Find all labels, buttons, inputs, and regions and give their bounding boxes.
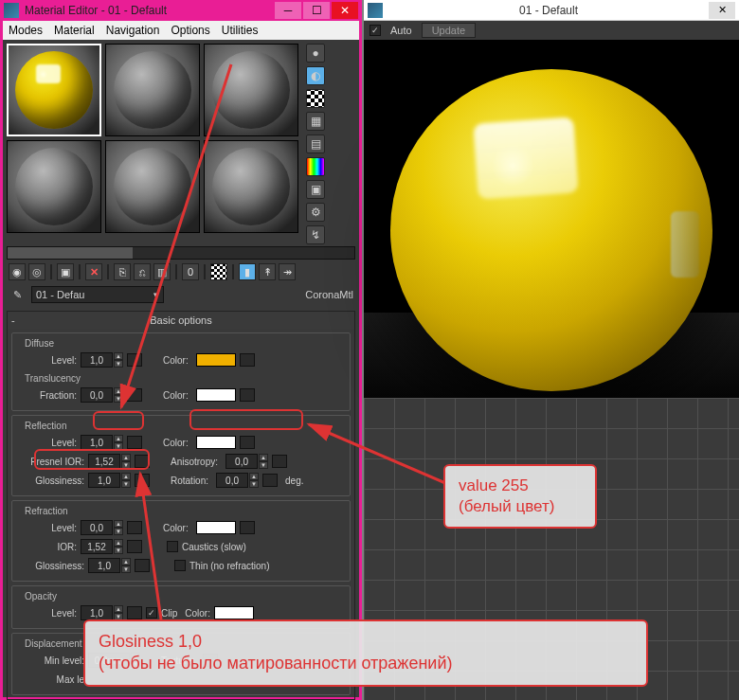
editor-titlebar[interactable]: Material Editor - 01 - Default ─ ☐ ✕	[0, 0, 362, 21]
aniso-spinner[interactable]: ▲▼	[225, 454, 268, 469]
refr-color-swatch[interactable]	[196, 521, 236, 534]
trans-color-swatch[interactable]	[196, 388, 236, 402]
preview-viewport	[364, 40, 739, 398]
preview-sphere	[390, 69, 712, 391]
sample-slot-5[interactable]	[105, 140, 200, 233]
diffuse-level-map[interactable]	[127, 353, 142, 367]
maximize-button[interactable]: ☐	[303, 2, 330, 19]
refl-level-map[interactable]	[127, 436, 142, 449]
backlight-icon[interactable]: ◐	[306, 66, 325, 85]
preview-titlebar[interactable]: 01 - Default ✕	[364, 0, 739, 21]
material-name-row: ✎ 01 - Defau CoronaMtl	[3, 284, 359, 309]
sphere-icon	[212, 51, 290, 129]
sample-side-toolbar: ● ◐ ▦ ▤ ▣ ⚙ ↯	[306, 44, 327, 244]
caustics-checkbox[interactable]	[167, 541, 178, 552]
fresnel-map[interactable]	[135, 455, 150, 468]
material-type-label[interactable]: CoronaMtl	[305, 289, 353, 300]
put-to-scene-icon[interactable]: ◎	[28, 263, 45, 280]
rot-map[interactable]	[262, 474, 278, 487]
put-to-library-icon[interactable]: ▥	[153, 263, 171, 280]
menu-material[interactable]: Material	[54, 24, 95, 37]
sample-slot-6[interactable]	[204, 140, 298, 233]
clip-checkbox[interactable]: ✓	[146, 607, 157, 619]
material-name-select[interactable]: 01 - Defau	[31, 286, 164, 303]
diffuse-color-map[interactable]	[240, 353, 255, 367]
refl-color-swatch[interactable]	[196, 436, 236, 449]
material-id-icon[interactable]: 0	[182, 263, 199, 280]
aniso-map[interactable]	[272, 455, 287, 468]
refr-gloss-spinner[interactable]: ▲▼	[88, 558, 131, 573]
refl-color-map[interactable]	[240, 436, 255, 449]
trans-fraction-spinner[interactable]: ▲▼	[81, 387, 123, 403]
minimize-button[interactable]: ─	[275, 2, 301, 19]
refr-ior-spinner[interactable]: ▲▼	[81, 539, 123, 554]
trans-fraction-map[interactable]	[127, 388, 142, 402]
diffuse-group: Diffuse Level: ▲▼ Color: Translucency Fr…	[11, 332, 351, 411]
go-forward-icon[interactable]: ↠	[279, 263, 296, 280]
diffuse-level-spinner[interactable]: ▲▼	[81, 352, 123, 368]
annotation-glossiness: Glosiness 1,0 (чтобы не было матированно…	[83, 619, 648, 687]
rot-spinner[interactable]: ▲▼	[216, 473, 259, 488]
fresnel-ior-spinner[interactable]: ▲▼	[88, 454, 131, 469]
sample-type-icon[interactable]: ●	[306, 44, 325, 63]
preview-title: 01 - Default	[388, 4, 709, 17]
color-check-icon[interactable]	[306, 157, 325, 176]
sphere-icon	[114, 51, 191, 129]
show-map-icon[interactable]	[210, 263, 227, 280]
material-editor-window: Material Editor - 01 - Default ─ ☐ ✕ Mod…	[0, 0, 362, 700]
assign-selection-icon[interactable]: ▣	[57, 263, 74, 280]
get-material-icon[interactable]: ◉	[9, 263, 26, 280]
preview-close-button[interactable]: ✕	[709, 2, 735, 19]
menu-navigation[interactable]: Navigation	[106, 24, 160, 37]
diffuse-level-input[interactable]	[81, 352, 113, 368]
opac-color-swatch[interactable]	[214, 606, 254, 619]
go-to-parent-icon[interactable]: ↟	[259, 263, 276, 280]
slots-hscroll[interactable]	[7, 246, 355, 260]
update-button[interactable]: Update	[422, 23, 476, 38]
sphere-icon	[15, 51, 93, 129]
sphere-icon	[114, 148, 191, 225]
video-color-icon[interactable]: ▤	[306, 135, 325, 153]
editor-body: Modes Material Navigation Options Utilit…	[3, 21, 359, 697]
rollup-header[interactable]: -Basic options	[8, 312, 354, 329]
auto-checkbox[interactable]: ✓	[370, 25, 381, 36]
menu-modes[interactable]: Modes	[9, 24, 43, 37]
opac-level-spinner[interactable]: ▲▼	[81, 605, 123, 620]
options-icon[interactable]: ⚙	[306, 203, 325, 222]
sample-slot-3[interactable]	[204, 44, 298, 136]
make-unique-icon[interactable]: ⎌	[134, 263, 151, 280]
sample-slot-2[interactable]	[105, 44, 200, 136]
refl-level-spinner[interactable]: ▲▼	[81, 435, 123, 450]
close-button[interactable]: ✕	[332, 2, 358, 19]
background-icon[interactable]	[306, 89, 325, 108]
menu-options[interactable]: Options	[171, 24, 209, 37]
app-icon	[368, 3, 383, 18]
app-icon	[4, 3, 19, 18]
sample-slots-grid	[7, 44, 298, 244]
reset-map-icon[interactable]: ✕	[85, 263, 102, 280]
show-end-result-icon[interactable]: ▮	[239, 263, 256, 280]
editor-toolbar: ◉ ◎ ▣ ✕ ⎘ ⎌ ▥ 0 ▮ ↟ ↠	[3, 260, 359, 284]
menu-utilities[interactable]: Utilities	[222, 24, 259, 37]
select-by-mat-icon[interactable]: ↯	[306, 225, 325, 244]
label-fraction: Fraction:	[18, 390, 77, 401]
editor-title: Material Editor - 01 - Default	[25, 4, 273, 17]
menubar: Modes Material Navigation Options Utilit…	[3, 21, 359, 40]
preview-window: 01 - Default ✕ ✓ Auto Update	[364, 0, 739, 398]
refraction-group: Refraction Level: ▲▼ Color: IOR: ▲▼ Caus…	[11, 500, 351, 582]
label-level: Level:	[18, 355, 77, 366]
sample-uv-icon[interactable]: ▦	[306, 112, 325, 131]
make-copy-icon[interactable]: ⎘	[114, 263, 131, 280]
thin-checkbox[interactable]	[174, 560, 186, 571]
refr-level-spinner[interactable]: ▲▼	[81, 520, 123, 535]
trans-color-map[interactable]	[240, 388, 255, 402]
gloss-map[interactable]	[135, 474, 150, 487]
eyedropper-icon[interactable]: ✎	[9, 286, 26, 303]
sample-slots-area: ● ◐ ▦ ▤ ▣ ⚙ ↯	[3, 40, 359, 244]
gloss-spinner[interactable]: ▲▼	[88, 473, 131, 488]
sphere-icon	[212, 148, 290, 225]
sample-slot-4[interactable]	[7, 140, 101, 233]
sample-slot-1[interactable]	[7, 44, 101, 136]
diffuse-color-swatch[interactable]	[196, 353, 236, 367]
make-preview-icon[interactable]: ▣	[306, 180, 325, 199]
